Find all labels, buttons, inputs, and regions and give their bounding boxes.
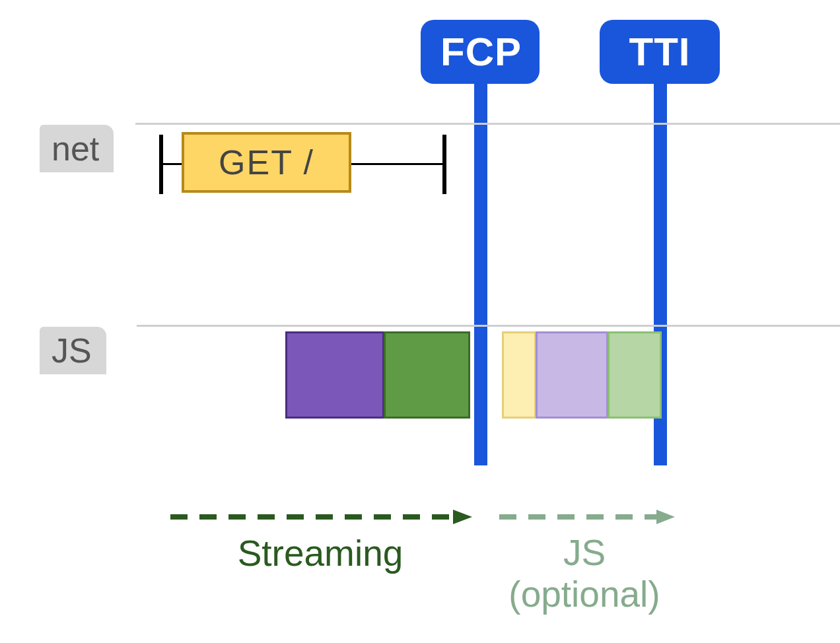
js-optional-arrow-icon xyxy=(499,507,675,527)
net-lane-rule xyxy=(135,123,840,125)
js-block-parse xyxy=(285,331,384,419)
js-lane-rule xyxy=(137,325,840,327)
streaming-phase-label: Streaming xyxy=(205,532,436,574)
streaming-arrow-icon xyxy=(170,507,472,527)
net-get-request-label: GET / xyxy=(219,143,314,182)
marker-fcp-badge: FCP xyxy=(421,20,540,84)
svg-marker-1 xyxy=(453,510,472,524)
net-lane-label: net xyxy=(40,125,114,172)
rendering-timeline-diagram: FCP TTI net GET / JS Streaming JS (optio xyxy=(0,0,840,643)
js-optional-phase-label: JS (optional) xyxy=(495,532,674,616)
js-block-fetch-optional xyxy=(502,331,536,419)
net-span-end-cap xyxy=(442,135,446,194)
marker-tti-badge: TTI xyxy=(600,20,720,84)
js-block-parse-optional xyxy=(536,331,608,419)
js-lane-label: JS xyxy=(40,327,106,374)
svg-marker-3 xyxy=(656,510,675,524)
js-block-execute xyxy=(384,331,470,419)
js-block-execute-optional xyxy=(608,331,662,419)
marker-fcp-line xyxy=(474,83,487,465)
net-get-request-box: GET / xyxy=(182,132,351,193)
marker-fcp-label: FCP xyxy=(440,30,522,74)
marker-tti-label: TTI xyxy=(629,30,691,74)
